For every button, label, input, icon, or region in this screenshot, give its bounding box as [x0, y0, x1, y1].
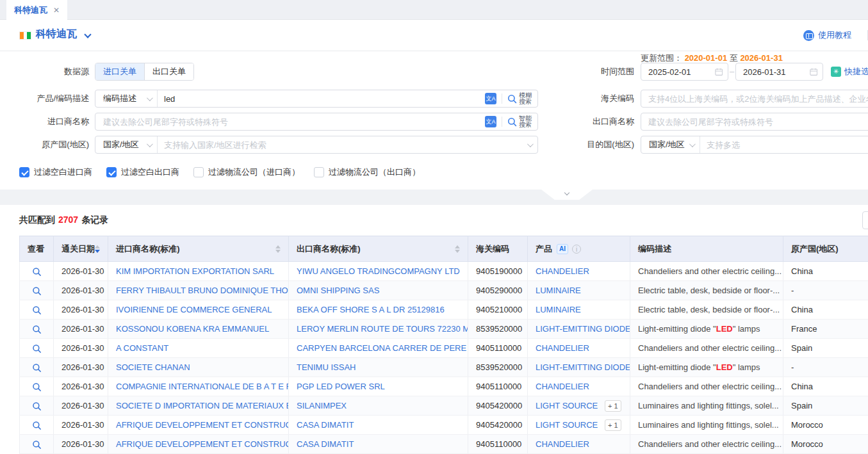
date-start-field[interactable]	[641, 63, 728, 81]
importer-link[interactable]: SOCIETE D IMPORTATION DE MATERIAUX E...	[116, 401, 289, 410]
cell-description: Luminaires and lighting fittings, solel.…	[630, 416, 783, 435]
importer-link[interactable]: KOSSONOU KOBENA KRA EMMANUEL	[116, 324, 269, 334]
checkbox-checked-icon[interactable]	[106, 167, 117, 177]
product-link[interactable]: LIGHT-EMITTING DIODE	[536, 324, 630, 334]
product-link[interactable]: LUMINAIRE	[536, 286, 581, 295]
cell-description: Electric table, desk, bedside or floor-.…	[630, 300, 783, 320]
product-mode-value: 编码描述	[103, 93, 136, 104]
importer-name-input[interactable]	[95, 113, 485, 130]
sort-icon[interactable]	[455, 245, 460, 253]
importer-link[interactable]: IVOIRIENNE DE COMMERCE GENERAL	[116, 305, 272, 314]
exporter-link[interactable]: PGP LED POWER SRL	[297, 382, 385, 391]
exporter-link[interactable]: LEROY MERLIN ROUTE DE TOURS 72230 M	[297, 324, 468, 334]
view-record-button[interactable]	[32, 286, 42, 296]
checkbox-filter-blank-importer[interactable]: 过滤空白进口商	[19, 166, 92, 178]
tab-close-icon[interactable]: ✕	[53, 6, 60, 14]
sort-icon[interactable]	[275, 245, 281, 253]
date-start-input[interactable]	[648, 67, 715, 77]
sort-icon[interactable]	[95, 245, 100, 253]
product-link[interactable]: LIGHT SOURCE	[536, 401, 598, 410]
view-record-button[interactable]	[32, 305, 42, 315]
view-record-button[interactable]	[32, 421, 42, 430]
tab-cote-divoire[interactable]: 科特迪瓦 ✕	[6, 0, 67, 20]
product-search-input[interactable]	[158, 90, 485, 107]
fuzzy-search-button[interactable]: 模糊搜索	[507, 92, 532, 105]
view-record-button[interactable]	[32, 267, 42, 277]
importer-link[interactable]: SOCIETE CHANAN	[116, 362, 190, 372]
view-record-button[interactable]	[32, 401, 42, 411]
product-link[interactable]: CHANDELIER	[536, 439, 589, 449]
checkbox-unchecked-icon[interactable]	[314, 167, 324, 177]
exporter-link[interactable]: BEKA OFF SHORE S A L DR 25129816	[297, 305, 445, 314]
header-importer[interactable]: 进口商名称(标准)	[108, 236, 289, 262]
cell-date: 2026-01-30	[54, 358, 108, 377]
exporter-link[interactable]: CASA DIMATIT	[297, 420, 354, 430]
collapse-filters-handle[interactable]	[541, 190, 593, 200]
product-link[interactable]: LUMINAIRE	[536, 305, 581, 314]
exporter-link[interactable]: YIWU ANGELO TRADINGCOMPAGNY LTD	[297, 266, 460, 276]
checkbox-filter-blank-exporter[interactable]: 过滤空白出口商	[106, 166, 179, 178]
translate-icon[interactable]: 文A	[485, 116, 496, 127]
header-exporter[interactable]: 出口商名称(标准)	[289, 236, 468, 262]
exporter-name-input[interactable]	[641, 113, 868, 130]
tab-export-declarations[interactable]: 出口关单	[144, 63, 193, 80]
info-icon[interactable]	[572, 245, 581, 254]
exporter-name-field	[641, 113, 868, 131]
cell-origin: Spain	[783, 339, 868, 358]
checkbox-filter-logistics-importer[interactable]: 过滤物流公司（进口商）	[193, 166, 300, 178]
checkbox-filter-logistics-exporter[interactable]: 过滤物流公司（出口商）	[314, 166, 420, 178]
tutorial-button[interactable]: 使用教程	[803, 29, 851, 41]
cell-date: 2026-01-30	[54, 262, 108, 281]
header-hs-code: 海关编码	[468, 236, 528, 262]
view-record-button[interactable]	[32, 382, 42, 392]
exporter-link[interactable]: OMNI SHIPPING SAS	[297, 286, 379, 295]
divider	[502, 117, 502, 127]
importer-link[interactable]: AFRIQUE DEVELOPPEMENT ET CONSTRUCT...	[116, 439, 289, 449]
product-link[interactable]: LIGHT SOURCE	[536, 420, 598, 430]
view-record-button[interactable]	[32, 363, 42, 373]
quick-select-button[interactable]: ✳ 快捷选	[831, 66, 868, 77]
tab-import-declarations[interactable]: 进口关单	[95, 63, 144, 80]
importer-link[interactable]: KIM IMPORTATION EXPORTATION SARL	[116, 266, 274, 276]
translate-icon[interactable]: 文A	[485, 93, 496, 104]
checkbox-unchecked-icon[interactable]	[193, 167, 204, 177]
exporter-link[interactable]: SILANIMPEX	[297, 401, 347, 410]
chevron-down-icon	[147, 141, 153, 147]
view-record-button[interactable]	[32, 344, 42, 353]
importer-link[interactable]: COMPAGNIE INTERNATIONALE DE B A T E R	[116, 382, 289, 391]
destination-mode-select[interactable]: 国家/地区	[641, 136, 700, 153]
importer-link[interactable]: FERRY THIBAULT BRUNO DOMINIQUE THO...	[116, 286, 289, 295]
product-link[interactable]: CHANDELIER	[536, 266, 589, 276]
smart-search-button[interactable]: 智能搜索	[507, 115, 532, 128]
date-end-field[interactable]	[735, 63, 823, 81]
origin-country-input[interactable]	[158, 136, 527, 153]
view-record-button[interactable]	[32, 440, 42, 450]
importer-link[interactable]: AFRIQUE DEVELOPPEMENT ET CONSTRUCT...	[116, 420, 289, 430]
origin-mode-select[interactable]: 国家/地区	[95, 136, 158, 153]
header-date[interactable]: 通关日期	[54, 236, 108, 262]
date-end-input[interactable]	[743, 67, 810, 77]
destination-country-input[interactable]	[700, 136, 868, 153]
tab-title: 科特迪瓦	[14, 4, 47, 16]
checkbox-label: 过滤物流公司（进口商）	[208, 166, 300, 178]
importer-link[interactable]: A CONSTANT	[116, 343, 168, 353]
hs-code-input[interactable]	[641, 90, 868, 107]
cell-hs-code: 9405110000	[468, 339, 528, 358]
view-record-button[interactable]	[32, 325, 42, 334]
exporter-link[interactable]: TENIMU ISSAH	[297, 362, 356, 372]
table-row: 2026-01-30 IVOIRIENNE DE COMMERCE GENERA…	[20, 300, 868, 320]
product-link[interactable]: CHANDELIER	[536, 343, 589, 353]
product-link[interactable]: CHANDELIER	[536, 382, 589, 391]
chevron-down-icon[interactable]	[84, 31, 91, 38]
clipped-toolbar-button[interactable]	[862, 211, 868, 229]
product-mode-select[interactable]: 编码描述	[95, 90, 158, 107]
checkbox-checked-icon[interactable]	[19, 167, 29, 177]
product-link[interactable]: LIGHT-EMITTING DIODE	[536, 362, 630, 372]
chevron-down-icon[interactable]	[527, 141, 534, 147]
cell-hs-code: 9405110000	[468, 377, 528, 396]
product-extra-badge[interactable]: + 1	[605, 400, 621, 412]
exporter-link[interactable]: CASA DIMATIT	[297, 439, 354, 449]
exporter-link[interactable]: CARPYEN BARCELONA CARRER DE PERE IV	[297, 343, 468, 353]
cell-description: Electric table, desk, bedside or floor-.…	[630, 281, 783, 300]
product-extra-badge[interactable]: + 1	[605, 419, 621, 431]
